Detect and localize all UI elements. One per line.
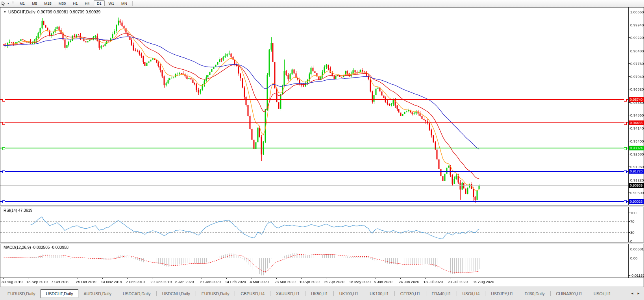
rsi-axis-label: 100 — [630, 211, 637, 215]
date-axis-label[interactable]: 20 Dec 2019 — [150, 280, 172, 284]
chart-symbol-period: USDCHF,Daily — [8, 9, 35, 14]
date-axis-label[interactable]: 14 Feb 2020 — [225, 280, 246, 284]
macd-axis-label-bottom: -0.01151 — [630, 273, 644, 278]
pane-splitter-rsi[interactable] — [0, 205, 644, 207]
hline-price-chip: 0.90026 — [629, 199, 644, 204]
macd-axis-label-top: 0.005818 — [630, 247, 644, 251]
date-axis-label[interactable]: 27 Jan 2020 — [200, 280, 220, 284]
hline-0.93024[interactable] — [0, 148, 628, 148]
rsi-axis-label: 0 — [630, 239, 632, 243]
date-axis-label[interactable]: 4 Mar 2020 — [250, 280, 269, 284]
date-axis-label[interactable]: 8 Jan 2020 — [175, 280, 194, 284]
hline-0.95740[interactable] — [0, 99, 628, 100]
bid-price-line — [0, 185, 628, 186]
hline-price-chip: 0.93024 — [629, 146, 644, 150]
chart-canvas[interactable] — [0, 0, 644, 300]
price-axis-label: 0.96320 — [630, 87, 644, 91]
hline-price-chip: 0.94436 — [629, 120, 644, 125]
date-axis-label[interactable]: 23 Mar 2020 — [275, 280, 296, 284]
chart-menu-arrow-icon[interactable]: ▼ — [4, 11, 6, 13]
macd-pane-bottom-border — [0, 278, 644, 278]
rsi-axis-label: 30 — [630, 230, 635, 235]
hline-0.91720[interactable] — [0, 171, 628, 172]
price-axis-label: 0.97760 — [630, 61, 644, 66]
date-axis-label[interactable]: 13 Jul 2020 — [424, 280, 443, 284]
date-axis-label[interactable]: 30 Aug 2019 — [2, 280, 22, 284]
hline-0.90026[interactable] — [0, 201, 628, 202]
rsi-axis-label: 70 — [630, 219, 635, 224]
hline-handle[interactable] — [624, 200, 627, 203]
hline-handle[interactable] — [2, 170, 5, 173]
price-axis-label: 0.91960 — [630, 165, 644, 169]
hline-handle[interactable] — [624, 170, 627, 173]
hline-handle[interactable] — [624, 122, 627, 125]
date-axis-label[interactable]: 31 Jul 2020 — [448, 280, 468, 284]
price-axis-label: 0.94860 — [630, 113, 644, 117]
date-axis-label[interactable]: 18 May 2020 — [349, 280, 371, 284]
macd-indicator-label: MACD(12,26,9) -0.003505 -0.003958 — [4, 245, 68, 250]
price-axis-label: 1.00660 — [630, 10, 644, 14]
mt4-terminal: { "toolbar": { "cursor_tool": "cursor", … — [0, 0, 644, 300]
hline-handle[interactable] — [2, 200, 5, 203]
date-axis-label[interactable]: 5 Jun 2020 — [374, 280, 392, 284]
date-axis-label[interactable]: 13 Nov 2019 — [101, 280, 122, 284]
hline-0.94436[interactable] — [0, 122, 628, 123]
price-axis-label: 0.99220 — [630, 35, 644, 40]
date-axis-label[interactable]: 10 Apr 2020 — [300, 280, 320, 284]
price-axis-label: 0.90500 — [630, 191, 644, 195]
hline-price-chip: 0.95740 — [629, 97, 644, 102]
bid-price-chip: 0.90939 — [629, 183, 644, 188]
hline-handle[interactable] — [2, 99, 5, 102]
date-axis-label[interactable]: 2 Dec 2019 — [126, 280, 145, 284]
pane-splitter-macd[interactable] — [0, 242, 644, 244]
hline-handle[interactable] — [2, 147, 5, 150]
macd-axis-label-zero: 0.00 — [630, 256, 638, 260]
date-axis-label[interactable]: 7 Oct 2019 — [51, 280, 69, 284]
price-axis-label: 0.98480 — [630, 49, 644, 53]
hline-handle[interactable] — [624, 147, 627, 150]
price-axis-label: 0.91220 — [630, 178, 644, 182]
price-axis-label: 0.97040 — [630, 74, 644, 79]
price-axis-label: 0.93400 — [630, 139, 644, 143]
price-axis-label: 0.94140 — [630, 126, 644, 130]
hline-handle[interactable] — [2, 122, 5, 125]
chart-title: ▼ USDCHF,Daily 0.90709 0.90981 0.90709 0… — [4, 9, 100, 14]
date-axis-label[interactable]: 24 Jun 2020 — [399, 280, 419, 284]
chart-ohlc-values: 0.90709 0.90981 0.90709 0.90939 — [37, 9, 101, 14]
date-axis-label[interactable]: 25 Oct 2019 — [76, 280, 96, 284]
hline-handle[interactable] — [624, 99, 627, 102]
price-axis-label: 0.92680 — [630, 152, 644, 156]
date-axis-label[interactable]: 18 Sep 2019 — [26, 280, 48, 284]
rsi-indicator-label: RSI(14) 47.3619 — [4, 208, 32, 213]
price-axis-border — [628, 7, 629, 278]
hline-price-chip: 0.91720 — [629, 169, 644, 174]
date-axis-label[interactable]: 29 Apr 2020 — [324, 280, 344, 284]
date-axis-label[interactable]: 19 Aug 2020 — [473, 280, 494, 284]
price-axis-label: 0.99940 — [630, 23, 644, 27]
